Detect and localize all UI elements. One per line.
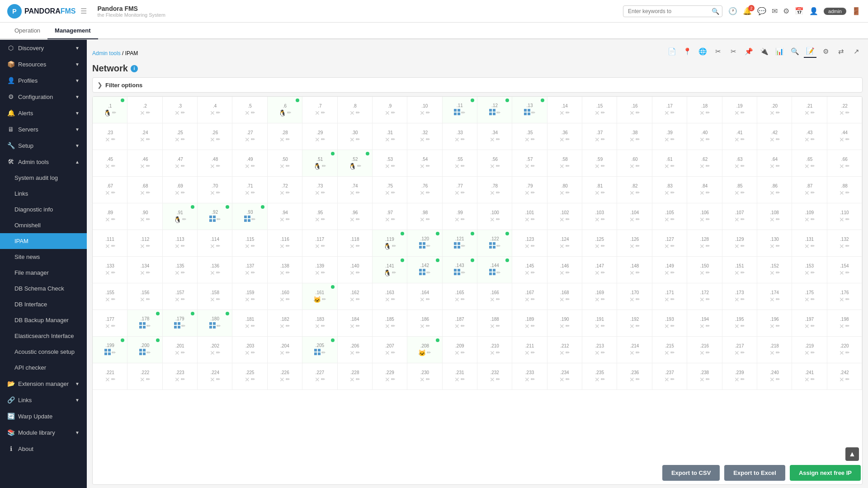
ip-cell[interactable]: .157✕✏ xyxy=(163,283,198,310)
delete-icon[interactable]: ✕ xyxy=(839,136,844,143)
delete-icon[interactable]: ✕ xyxy=(490,189,495,197)
ip-cell[interactable]: .25✕✏ xyxy=(163,123,198,150)
delete-icon[interactable]: ✕ xyxy=(245,323,250,330)
delete-icon[interactable]: ✕ xyxy=(175,163,180,170)
ip-cell[interactable]: .150✕✏ xyxy=(687,257,722,283)
delete-icon[interactable]: ✕ xyxy=(420,109,425,117)
delete-icon[interactable]: ✕ xyxy=(699,216,705,223)
toolbar-config-icon[interactable]: ⚙ xyxy=(819,45,832,58)
edit-icon[interactable]: ✏ xyxy=(251,163,255,169)
edit-icon[interactable]: ✏ xyxy=(566,296,570,302)
edit-icon[interactable]: ✏ xyxy=(461,163,465,169)
edit-icon[interactable]: ✏ xyxy=(776,243,780,249)
ip-cell[interactable]: .116✕✏ xyxy=(268,230,302,256)
edit-icon[interactable]: ✏ xyxy=(496,163,500,169)
ip-cell[interactable]: .74✕✏ xyxy=(338,177,373,203)
ip-cell[interactable]: .236✕✏ xyxy=(617,363,652,389)
envelope-icon[interactable]: ✉ xyxy=(772,7,778,15)
ip-cell[interactable]: .166✕✏ xyxy=(477,283,512,310)
ip-cell[interactable]: .91🐧✏ xyxy=(163,203,198,230)
delete-icon[interactable]: ✕ xyxy=(210,109,215,117)
edit-icon[interactable]: ✏ xyxy=(216,163,220,169)
edit-icon[interactable]: ✏ xyxy=(461,243,465,249)
ip-cell[interactable]: .194✕✏ xyxy=(687,310,722,336)
ip-cell[interactable]: .33✕✏ xyxy=(443,123,477,150)
ip-cell[interactable]: .57✕✏ xyxy=(512,150,547,176)
delete-icon[interactable]: ✕ xyxy=(664,136,670,143)
ip-cell[interactable]: .240✕✏ xyxy=(757,363,792,389)
delete-icon[interactable]: ✕ xyxy=(804,216,810,223)
ip-cell[interactable]: .26✕✏ xyxy=(198,123,232,150)
ip-cell[interactable]: .77✕✏ xyxy=(443,177,477,203)
ip-cell[interactable]: .9✕✏ xyxy=(373,97,407,123)
delete-icon[interactable]: ✕ xyxy=(279,296,285,303)
delete-icon[interactable]: ✕ xyxy=(839,243,844,250)
ip-cell[interactable]: .117✕✏ xyxy=(302,230,337,256)
edit-icon[interactable]: ✏ xyxy=(286,163,290,169)
edit-icon[interactable]: ✏ xyxy=(566,323,570,329)
ip-cell[interactable]: .67✕✏ xyxy=(93,177,127,203)
ip-cell[interactable]: .19✕✏ xyxy=(722,97,757,123)
delete-icon[interactable]: ✕ xyxy=(664,296,670,303)
ip-cell[interactable]: .49✕✏ xyxy=(232,150,267,176)
delete-icon[interactable]: ✕ xyxy=(594,376,600,383)
delete-icon[interactable]: ✕ xyxy=(385,216,390,223)
ip-cell[interactable]: .92✏ xyxy=(198,203,232,230)
ip-cell[interactable]: .1🐧✏ xyxy=(93,97,127,123)
ip-cell[interactable]: .32✕✏ xyxy=(407,123,442,150)
ip-cell[interactable]: .86✕✏ xyxy=(757,177,792,203)
delete-icon[interactable]: ✕ xyxy=(839,296,844,303)
delete-icon[interactable]: ✕ xyxy=(385,296,390,303)
edit-icon[interactable]: ✏ xyxy=(706,296,710,302)
edit-icon[interactable]: ✏ xyxy=(776,376,780,382)
ip-cell[interactable]: .145✕✏ xyxy=(512,257,547,283)
ip-cell[interactable]: .228✕✏ xyxy=(338,363,373,389)
ip-cell[interactable]: .225✕✏ xyxy=(232,363,267,389)
edit-icon[interactable]: ✏ xyxy=(811,163,815,169)
edit-icon[interactable]: ✏ xyxy=(111,323,115,329)
edit-icon[interactable]: ✏ xyxy=(531,243,535,249)
ip-cell[interactable]: .126✕✏ xyxy=(617,230,652,256)
edit-icon[interactable]: ✏ xyxy=(181,323,185,329)
edit-icon[interactable]: ✏ xyxy=(251,136,255,142)
delete-icon[interactable]: ✕ xyxy=(349,109,355,117)
ip-cell[interactable]: .38✕✏ xyxy=(617,123,652,150)
ip-cell[interactable]: .213✕✏ xyxy=(582,337,617,363)
ip-cell[interactable]: .227✕✏ xyxy=(302,363,337,389)
ip-cell[interactable]: .193✕✏ xyxy=(652,310,687,336)
ip-cell[interactable]: .169✕✏ xyxy=(582,283,617,310)
delete-icon[interactable]: ✕ xyxy=(559,216,565,223)
edit-icon[interactable]: ✏ xyxy=(741,190,745,196)
delete-icon[interactable]: ✕ xyxy=(734,323,740,330)
ip-cell[interactable]: .90✕✏ xyxy=(127,203,162,230)
edit-icon[interactable]: ✏ xyxy=(391,163,395,169)
ip-cell[interactable]: .204✕✏ xyxy=(268,337,302,363)
edit-icon[interactable]: ✏ xyxy=(251,296,255,302)
ip-cell[interactable]: .233✕✏ xyxy=(512,363,547,389)
delete-icon[interactable]: ✕ xyxy=(769,296,775,303)
ip-cell[interactable]: .195✕✏ xyxy=(722,310,757,336)
delete-icon[interactable]: ✕ xyxy=(559,163,565,170)
ip-cell[interactable]: .190✕✏ xyxy=(547,310,582,336)
delete-icon[interactable]: ✕ xyxy=(524,163,530,170)
delete-icon[interactable]: ✕ xyxy=(769,109,775,117)
ip-cell[interactable]: .5✕✏ xyxy=(232,97,267,123)
ip-cell[interactable]: .52🐧✏ xyxy=(338,150,373,176)
edit-icon[interactable]: ✏ xyxy=(566,216,570,222)
notification-icon[interactable]: 🔔 2 xyxy=(743,7,752,15)
edit-icon[interactable]: ✏ xyxy=(181,110,185,116)
ip-cell[interactable]: .197✕✏ xyxy=(792,310,827,336)
edit-icon[interactable]: ✏ xyxy=(357,163,361,169)
edit-icon[interactable]: ✏ xyxy=(391,216,395,222)
delete-icon[interactable]: ✕ xyxy=(140,136,145,143)
sidebar-item-configuration[interactable]: ⚙ Configuration ▼ xyxy=(0,89,87,105)
edit-icon[interactable]: ✏ xyxy=(146,243,150,249)
ip-cell[interactable]: .130✕✏ xyxy=(757,230,792,256)
delete-icon[interactable]: ✕ xyxy=(140,269,145,277)
ip-cell[interactable]: .109✕✏ xyxy=(792,203,827,230)
edit-icon[interactable]: ✏ xyxy=(531,190,535,196)
delete-icon[interactable]: ✕ xyxy=(245,376,250,383)
delete-icon[interactable]: ✕ xyxy=(279,269,285,277)
delete-icon[interactable]: ✕ xyxy=(734,189,740,197)
edit-icon[interactable]: ✏ xyxy=(321,270,325,276)
